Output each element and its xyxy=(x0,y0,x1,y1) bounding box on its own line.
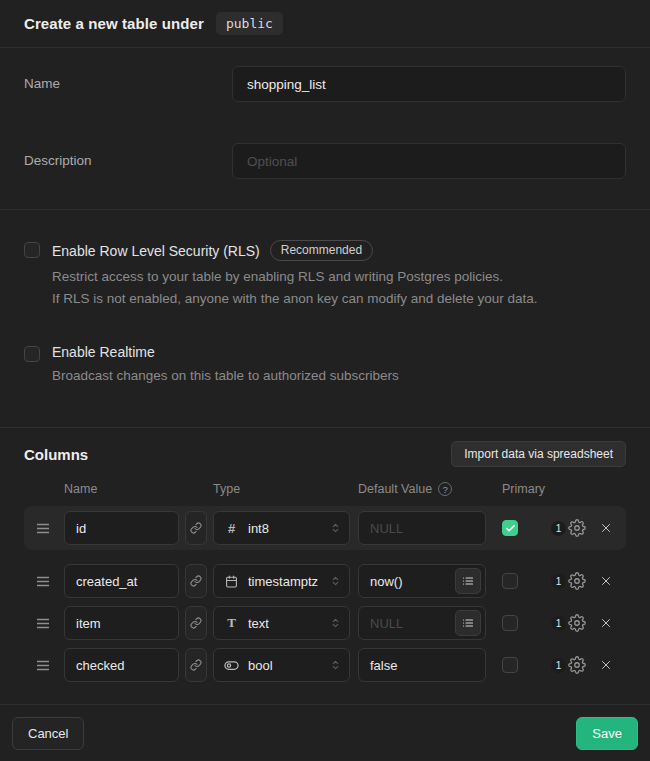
drag-handle-icon[interactable] xyxy=(36,617,52,630)
remove-column-button[interactable] xyxy=(598,616,614,630)
column-type-label: bool xyxy=(248,658,273,673)
cancel-button[interactable]: Cancel xyxy=(12,717,84,750)
default-value-text: NULL xyxy=(370,521,403,536)
primary-checkbox[interactable] xyxy=(502,615,518,631)
save-button[interactable]: Save xyxy=(576,717,638,750)
default-value-input[interactable]: now() xyxy=(358,564,486,598)
description-row: Description xyxy=(24,143,626,179)
primary-checkbox[interactable] xyxy=(502,520,518,536)
dialog-header: Create a new table under public xyxy=(0,0,650,48)
column-name-input[interactable] xyxy=(64,606,179,640)
calendar-icon xyxy=(224,575,239,588)
rls-description: Restrict access to your table by enablin… xyxy=(52,266,538,310)
header-name: Name xyxy=(64,482,179,496)
header-default-value: Default Value ? xyxy=(358,482,486,496)
default-value-input[interactable]: NULL xyxy=(358,606,486,640)
link-icon xyxy=(190,522,202,534)
header-type: Type xyxy=(213,482,350,496)
realtime-checkbox[interactable] xyxy=(24,346,40,362)
column-name-input[interactable] xyxy=(64,564,179,598)
settings-count-badge: 1 xyxy=(551,658,566,673)
drag-handle-icon[interactable] xyxy=(36,575,52,588)
recommended-badge: Recommended xyxy=(270,240,373,261)
default-value-menu-button[interactable] xyxy=(455,610,481,636)
foreign-key-button[interactable] xyxy=(185,606,207,640)
chevrons-up-down-icon xyxy=(330,658,341,672)
primary-checkbox[interactable] xyxy=(502,573,518,589)
table-description-input[interactable] xyxy=(232,143,626,179)
column-settings-button[interactable]: 1 xyxy=(551,572,586,590)
help-icon[interactable]: ? xyxy=(438,482,452,496)
column-row: bool false 1 xyxy=(24,648,626,682)
name-label: Name xyxy=(24,66,232,91)
primary-checkbox[interactable] xyxy=(502,657,518,673)
realtime-block: Enable Realtime Broadcast changes on thi… xyxy=(24,344,626,387)
header-primary: Primary xyxy=(502,482,518,496)
remove-column-button[interactable] xyxy=(598,521,614,535)
column-type-select[interactable]: bool xyxy=(213,648,350,682)
hash-icon: # xyxy=(224,521,239,536)
default-value-input[interactable]: NULL xyxy=(358,511,486,545)
x-icon xyxy=(599,616,613,630)
rls-block: Enable Row Level Security (RLS) Recommen… xyxy=(24,240,626,310)
column-row: T text NULL 1 xyxy=(24,606,626,640)
drag-handle-icon[interactable] xyxy=(36,659,52,672)
chevrons-up-down-icon xyxy=(330,574,341,588)
foreign-key-button[interactable] xyxy=(185,511,207,545)
rls-label: Enable Row Level Security (RLS) xyxy=(52,243,260,259)
drag-handle-icon[interactable] xyxy=(36,522,52,535)
default-value-text: false xyxy=(370,658,397,673)
gear-icon xyxy=(568,519,586,537)
list-icon xyxy=(462,575,474,587)
default-value-menu-button[interactable] xyxy=(455,568,481,594)
x-icon xyxy=(599,521,613,535)
column-settings-button[interactable]: 1 xyxy=(551,614,586,632)
import-spreadsheet-button[interactable]: Import data via spreadsheet xyxy=(451,441,626,467)
name-row: Name xyxy=(24,66,626,102)
column-name-input[interactable] xyxy=(64,511,179,545)
chevrons-up-down-icon xyxy=(330,521,341,535)
column-type-label: text xyxy=(248,616,269,631)
default-value-input[interactable]: false xyxy=(358,648,486,682)
dialog-title: Create a new table under xyxy=(24,15,204,32)
x-icon xyxy=(599,574,613,588)
chevrons-up-down-icon xyxy=(330,616,341,630)
x-icon xyxy=(599,658,613,672)
dialog-footer: Cancel Save xyxy=(0,705,650,761)
column-type-select[interactable]: timestamptz xyxy=(213,564,350,598)
foreign-key-button[interactable] xyxy=(185,564,207,598)
table-meta-section: Name Description xyxy=(0,48,650,210)
settings-count-badge: 1 xyxy=(551,616,566,631)
columns-section: Columns Import data via spreadsheet Name… xyxy=(0,428,650,705)
default-value-text: NULL xyxy=(370,616,403,631)
column-row: timestamptz now() 1 xyxy=(24,564,626,598)
column-settings-button[interactable]: 1 xyxy=(551,656,586,674)
rls-checkbox[interactable] xyxy=(24,242,40,258)
link-icon xyxy=(190,659,202,671)
remove-column-button[interactable] xyxy=(598,658,614,672)
column-name-input[interactable] xyxy=(64,648,179,682)
settings-count-badge: 1 xyxy=(551,574,566,589)
column-type-label: timestamptz xyxy=(248,574,318,589)
gear-icon xyxy=(568,572,586,590)
settings-count-badge: 1 xyxy=(551,521,566,536)
remove-column-button[interactable] xyxy=(598,574,614,588)
foreign-key-button[interactable] xyxy=(185,648,207,682)
table-name-input[interactable] xyxy=(232,66,626,102)
text-icon: T xyxy=(224,615,239,631)
default-value-text: now() xyxy=(370,574,403,589)
realtime-label: Enable Realtime xyxy=(52,344,155,360)
columns-title: Columns xyxy=(24,446,88,463)
link-icon xyxy=(190,575,202,587)
column-type-label: int8 xyxy=(248,521,269,536)
column-row: # int8 NULL 1 xyxy=(24,506,626,550)
column-type-select[interactable]: # int8 xyxy=(213,511,350,545)
columns-table-header: Name Type Default Value ? Primary xyxy=(24,482,626,496)
column-settings-button[interactable]: 1 xyxy=(551,519,586,537)
columns-list: # int8 NULL 1 xyxy=(0,506,650,682)
description-label: Description xyxy=(24,143,232,168)
check-icon xyxy=(505,523,516,534)
link-icon xyxy=(190,617,202,629)
realtime-description: Broadcast changes on this table to autho… xyxy=(52,365,399,387)
column-type-select[interactable]: T text xyxy=(213,606,350,640)
